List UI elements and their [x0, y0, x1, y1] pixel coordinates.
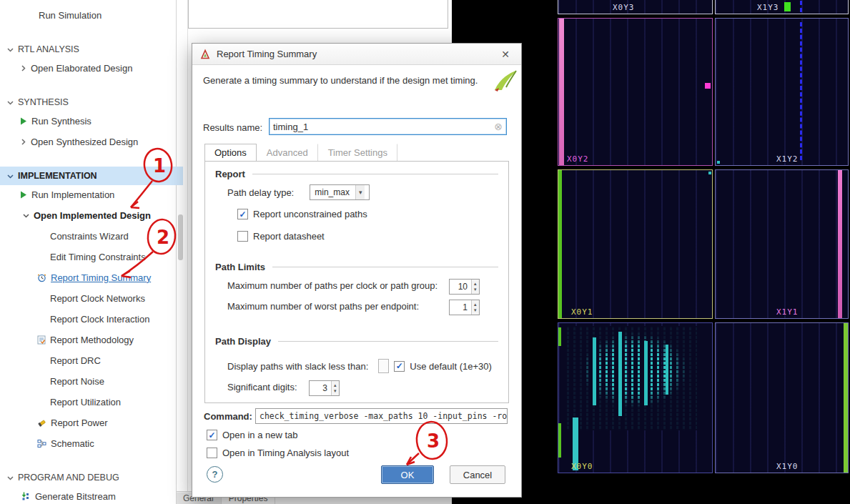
- significant-digits-spinner[interactable]: 3 ▴▾: [309, 380, 340, 396]
- sidebar-item-label: Report Utilization: [50, 397, 121, 407]
- placed-bar-cyan: [666, 345, 668, 395]
- clock-region-x0y1[interactable]: X0Y1: [558, 169, 713, 319]
- spin-up-icon[interactable]: ▴: [334, 382, 337, 388]
- ok-button[interactable]: OK: [381, 465, 434, 484]
- sidebar-item-open-elaborated-design[interactable]: Open Elaborated Design: [0, 60, 196, 76]
- sidebar-item-label: Run Implementation: [31, 189, 114, 200]
- sidebar-section-program-and-debug[interactable]: PROGRAM AND DEBUG: [0, 470, 183, 485]
- tab-options[interactable]: Options: [204, 144, 257, 162]
- dialog-titlebar[interactable]: Report Timing Summary ✕: [192, 44, 521, 65]
- use-default-checkbox[interactable]: ✓: [394, 361, 405, 372]
- close-icon[interactable]: ✕: [497, 47, 514, 61]
- path-delay-type-select[interactable]: min_max ▾: [310, 184, 370, 200]
- sidebar-item-run-simulation[interactable]: Run Simulation: [0, 7, 210, 23]
- schematic-icon: [37, 439, 46, 448]
- help-icon: ?: [212, 469, 218, 480]
- spin-down-icon[interactable]: ▾: [474, 307, 477, 313]
- spinner-buttons[interactable]: ▴▾: [471, 280, 479, 294]
- command-field[interactable]: check_timing_verbose -max_paths 10 -inpu…: [255, 408, 508, 424]
- clock-region-x1y0[interactable]: X1Y0: [715, 322, 849, 473]
- sidebar-item-open-implemented-design[interactable]: Open Implemented Design: [0, 207, 199, 223]
- chevron-down-icon: [7, 173, 14, 179]
- chevron-down-icon: [7, 99, 14, 106]
- max-paths-row: Maximum number of paths per clock or pat…: [227, 280, 438, 291]
- sidebar-item-schematic[interactable]: Schematic: [0, 435, 213, 451]
- clock-icon: [37, 273, 46, 282]
- flashlight-icon: [37, 418, 46, 428]
- tab-timer-settings[interactable]: Timer Settings: [318, 144, 397, 162]
- slack-input[interactable]: [378, 359, 389, 373]
- worst-paths-row: Maximum number of worst paths per endpoi…: [227, 301, 419, 312]
- max-paths-value: 10: [450, 280, 471, 294]
- use-default-label: Use default (1e+30): [410, 361, 492, 372]
- sidebar-item-label: Generate Bitstream: [35, 491, 116, 502]
- report-datasheet-label: Report datasheet: [253, 231, 325, 242]
- sidebar-section-synthesis[interactable]: SYNTHESIS: [0, 94, 183, 110]
- sidebar-section-implementation[interactable]: IMPLEMENTATION: [0, 167, 183, 185]
- placed-block-cyan: [708, 172, 711, 174]
- worst-paths-spinner[interactable]: 1 ▴▾: [449, 300, 480, 315]
- report-timing-summary-dialog: Report Timing Summary ✕ Generate a timin…: [192, 43, 522, 498]
- sidebar-item-report-timing-summary[interactable]: Report Timing Summary: [0, 270, 213, 285]
- clock-region-x0y0[interactable]: X0Y0: [558, 322, 713, 473]
- clock-region-x1y3[interactable]: X1Y3: [715, 0, 849, 14]
- sidebar-item-label: Schematic: [51, 438, 94, 449]
- spin-down-icon[interactable]: ▾: [334, 388, 337, 394]
- report-datasheet-checkbox[interactable]: [237, 231, 248, 242]
- chevron-down-icon: ▾: [355, 185, 365, 199]
- sidebar-item-run-implementation[interactable]: Run Implementation: [0, 187, 196, 202]
- max-paths-spinner[interactable]: 10 ▴▾: [449, 279, 480, 295]
- sidebar-item-report-methodology[interactable]: Report Methodology: [0, 332, 213, 347]
- sidebar-item-report-power[interactable]: Report Power: [0, 415, 213, 430]
- sidebar-item-label: Constraints Wizard: [50, 231, 129, 242]
- section-path-limits: Path Limits: [215, 262, 498, 272]
- cancel-button[interactable]: Cancel: [450, 465, 505, 484]
- placed-bar-cyan: [644, 341, 648, 405]
- open-timing-layout-checkbox[interactable]: [207, 448, 217, 458]
- clock-region-x1y2[interactable]: X1Y2: [715, 18, 849, 166]
- check-icon: ✓: [208, 431, 215, 440]
- open-new-tab-checkbox[interactable]: ✓: [207, 430, 217, 440]
- spinner-buttons[interactable]: ▴▾: [471, 300, 479, 315]
- placed-block-magenta: [705, 83, 711, 89]
- spin-up-icon[interactable]: ▴: [474, 281, 477, 287]
- max-paths-label: Maximum number of paths per clock or pat…: [227, 280, 438, 291]
- spinner-buttons[interactable]: ▴▾: [331, 381, 339, 395]
- sidebar-scrollbar-thumb[interactable]: [178, 214, 183, 260]
- tab-advanced[interactable]: Advanced: [257, 144, 318, 162]
- sidebar-item-generate-bitstream[interactable]: Generate Bitstream: [0, 488, 197, 504]
- green-utilization-strip: [844, 323, 848, 473]
- clock-region-x0y2[interactable]: X0Y2: [558, 18, 713, 166]
- spin-down-icon[interactable]: ▾: [474, 287, 477, 292]
- clock-region-x1y1[interactable]: X1Y1: [715, 169, 849, 319]
- results-name-input[interactable]: timing_1 ⊗: [269, 118, 507, 135]
- sidebar-item-label: Run Synthesis: [31, 116, 92, 127]
- report-unconstrained-row: ✓ Report unconstrained paths: [237, 209, 367, 219]
- methodology-checklist-icon: [37, 335, 46, 345]
- significant-digits-label: Significant digits:: [227, 382, 297, 392]
- xilinx-logo: [493, 69, 518, 92]
- placed-logic-cluster: [567, 326, 697, 430]
- sidebar-item-run-synthesis[interactable]: Run Synthesis: [0, 113, 196, 129]
- dialog-description: Generate a timing summary to understand …: [203, 75, 478, 86]
- sidebar-item-label: Report Timing Summary: [51, 272, 151, 283]
- help-button[interactable]: ?: [207, 466, 223, 483]
- report-datasheet-row: Report datasheet: [237, 231, 325, 242]
- placed-bar-cyan: [618, 332, 622, 416]
- spin-up-icon[interactable]: ▴: [474, 302, 477, 307]
- report-unconstrained-checkbox[interactable]: ✓: [237, 209, 248, 219]
- path-delay-type-label: Path delay type:: [227, 187, 294, 198]
- background-form-fragment: [188, 0, 448, 29]
- slack-label: Display paths with slack less than:: [227, 361, 368, 372]
- clock-region-x0y3[interactable]: X0Y3: [558, 0, 713, 14]
- chevron-right-icon: [20, 65, 26, 71]
- green-utilization-strip: [558, 170, 562, 318]
- clear-icon[interactable]: ⊗: [494, 121, 503, 132]
- dialog-tabs: Options Advanced Timer Settings: [204, 144, 509, 162]
- sidebar-section-rtl-analysis[interactable]: RTL ANALYSIS: [0, 41, 183, 57]
- sidebar-item-label: Open Elaborated Design: [31, 63, 132, 74]
- placed-block-cyan: [717, 161, 720, 164]
- sidebar-item-open-synthesized-design[interactable]: Open Synthesized Design: [0, 134, 196, 149]
- sidebar-item-label: Report Clock Networks: [50, 293, 145, 304]
- chevron-down-icon: [23, 212, 29, 219]
